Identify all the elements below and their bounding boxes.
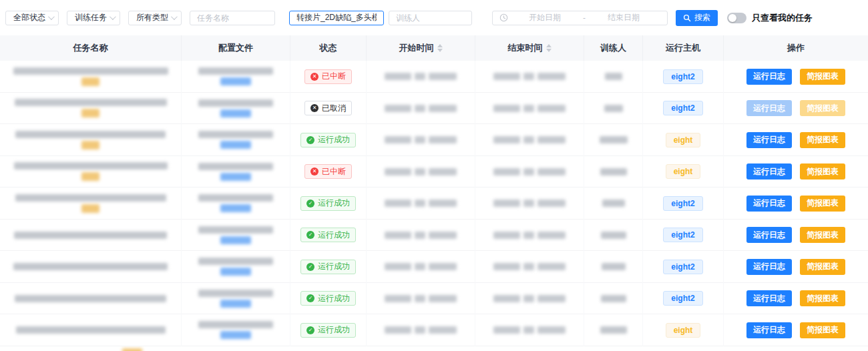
host-tag: eight2 (663, 101, 702, 115)
redacted-date (385, 326, 411, 334)
trainer-input[interactable] (396, 13, 465, 23)
status-badge: ✓运行成功 (300, 196, 356, 211)
report-chart-button[interactable]: 简报图表 (800, 322, 845, 338)
search-icon (683, 14, 691, 22)
run-log-button[interactable]: 运行日志 (746, 132, 792, 148)
task-type-select[interactable]: 训练任务 (67, 11, 120, 25)
start-date-placeholder[interactable]: 开始日期 (508, 12, 582, 23)
run-log-button[interactable]: 运行日志 (746, 259, 792, 275)
redacted-date (415, 200, 425, 207)
task-name-cell (0, 220, 182, 252)
run-log-button[interactable]: 运行日志 (746, 290, 792, 306)
report-chart-button[interactable]: 简报图表 (800, 132, 845, 148)
status-badge: ✕已中断 (304, 69, 352, 84)
redacted-config-link[interactable] (220, 300, 251, 308)
redacted-time (429, 200, 457, 207)
host-cell: eight (643, 124, 724, 156)
status-label: 已中断 (322, 166, 346, 178)
table-header-row: 任务名称配置文件状态开始时间结束时间训练人运行主机操作 (0, 35, 868, 61)
my-tasks-toggle[interactable] (727, 13, 746, 23)
run-log-button[interactable]: 运行日志 (746, 100, 792, 116)
trainer-cell (584, 314, 643, 346)
run-log-button[interactable]: 运行日志 (746, 196, 792, 212)
redacted-config-link[interactable] (220, 141, 251, 149)
trainer-field (389, 11, 472, 25)
column-header-4[interactable]: 开始时间 (367, 35, 475, 61)
status-cell: ✕已中断 (290, 156, 367, 188)
redacted-task-name (13, 67, 168, 75)
end-time-cell (475, 156, 584, 188)
redacted-trainer-name (600, 326, 627, 334)
redacted-date (493, 200, 520, 207)
actions-cell: 运行日志简报图表 (724, 251, 868, 283)
run-log-button[interactable]: 运行日志 (746, 227, 792, 243)
redacted-date (493, 295, 520, 302)
task-name-cell (0, 156, 182, 188)
redacted-config-link[interactable] (220, 77, 251, 85)
run-log-button[interactable]: 运行日志 (746, 69, 792, 85)
report-chart-button[interactable]: 简报图表 (800, 259, 845, 275)
redacted-date (415, 136, 425, 143)
actions-cell: 运行日志简报图表 (724, 93, 868, 125)
table-row: ✕已取消eight2运行日志简报图表 (0, 93, 868, 125)
end-time-cell (475, 251, 584, 283)
redacted-config-name (198, 163, 273, 170)
host-cell: eight2 (643, 220, 724, 252)
redacted-task-badge (81, 77, 99, 86)
sort-icon[interactable] (546, 44, 552, 52)
status-select-value: 全部状态 (13, 12, 45, 23)
redacted-config-link[interactable] (220, 268, 251, 276)
status-label: 已取消 (322, 103, 346, 114)
report-chart-button[interactable]: 简报图表 (800, 69, 845, 85)
redacted-date (415, 232, 425, 239)
column-header-1: 任务名称 (0, 35, 182, 61)
redacted-trainer-name (605, 73, 622, 80)
search-button[interactable]: 搜索 (676, 10, 718, 26)
table-row: ✓运行成功eight运行日志简报图表 (0, 124, 868, 156)
report-chart-button[interactable]: 简报图表 (800, 196, 845, 212)
redacted-config-link[interactable] (220, 204, 251, 212)
report-chart-button[interactable]: 简报图表 (800, 227, 845, 243)
report-chart-button[interactable]: 简报图表 (800, 100, 845, 116)
redacted-config-name (198, 226, 273, 234)
end-date-placeholder[interactable]: 结束日期 (587, 12, 660, 23)
status-icon: ✕ (310, 104, 318, 112)
redacted-date (523, 73, 534, 80)
report-chart-button[interactable]: 简报图表 (800, 290, 845, 306)
column-header-5[interactable]: 结束时间 (475, 35, 584, 61)
trainer-cell (584, 188, 643, 220)
column-header-label: 操作 (787, 42, 805, 54)
redacted-date (385, 295, 411, 302)
table-row: ✓运行成功eight2运行日志简报图表 (0, 188, 868, 220)
redacted-config-link[interactable] (220, 109, 251, 117)
start-time-cell (367, 93, 475, 125)
table-row: ✕已中断eight2运行日志简报图表 (0, 61, 868, 93)
status-select[interactable]: 全部状态 (5, 11, 59, 25)
redacted-time (537, 326, 566, 334)
host-tag: eight2 (663, 69, 702, 84)
task-name-input[interactable] (197, 13, 268, 23)
redacted-date (493, 136, 520, 143)
redacted-date (385, 263, 411, 270)
table-row: ✓运行成功eight运行日志简报图表 (0, 314, 868, 346)
sort-icon[interactable] (437, 44, 443, 52)
run-log-button[interactable]: 运行日志 (746, 322, 792, 338)
redacted-date (493, 326, 520, 334)
trainer-cell (584, 61, 643, 93)
model-search-input[interactable] (296, 13, 377, 23)
redacted-config-link[interactable] (220, 236, 251, 244)
start-time-cell (367, 124, 475, 156)
report-chart-button[interactable]: 简报图表 (800, 163, 845, 180)
date-range-picker[interactable]: 开始日期 - 结束日期 (492, 11, 668, 25)
redacted-time (429, 232, 457, 239)
redacted-config-link[interactable] (220, 173, 251, 181)
redacted-date (415, 263, 425, 270)
redacted-task-badge (81, 172, 99, 181)
column-header-8: 操作 (724, 35, 868, 61)
redacted-config-link[interactable] (220, 331, 251, 339)
run-log-button[interactable]: 运行日志 (746, 163, 792, 180)
host-tag: eight (666, 323, 701, 338)
redacted-trainer-name (602, 263, 626, 270)
category-select[interactable]: 所有类型 (128, 11, 182, 25)
trainer-cell (584, 220, 643, 252)
